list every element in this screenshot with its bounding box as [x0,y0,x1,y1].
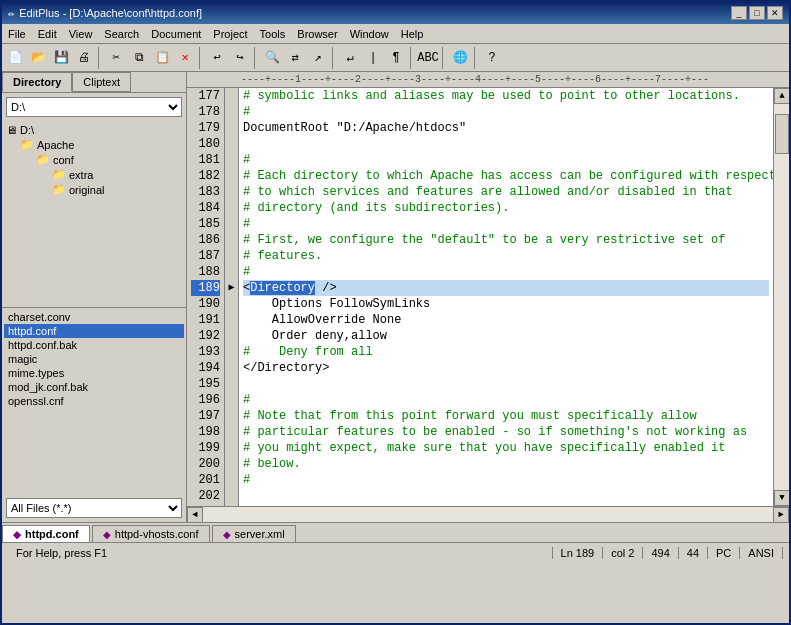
code-line[interactable] [243,376,769,392]
code-line[interactable]: <Directory /> [243,280,769,296]
menu-item-project[interactable]: Project [207,26,253,42]
file-item-magic[interactable]: magic [4,352,184,366]
editor-tab-httpd[interactable]: ◆ httpd.conf [2,525,90,542]
scroll-right-button[interactable]: ► [773,507,789,523]
tab-cliptext[interactable]: Cliptext [72,72,131,92]
menu-item-search[interactable]: Search [98,26,145,42]
toolbar: 📄 📂 💾 🖨 ✂ ⧉ 📋 ✕ ↩ ↪ 🔍 ⇄ ↗ ↵ | ¶ ABC 🌐 ? [2,44,789,72]
wordwrap-button[interactable]: ↵ [339,47,361,69]
menu-item-tools[interactable]: Tools [254,26,292,42]
replace-button[interactable]: ⇄ [284,47,306,69]
code-line[interactable]: # particular features to be enabled - so… [243,424,769,440]
redo-button[interactable]: ↪ [229,47,251,69]
scroll-left-button[interactable]: ◄ [187,507,203,523]
vertical-scrollbar[interactable]: ▲ ▼ [773,88,789,506]
code-line[interactable]: # directory (and its subdirectories). [243,200,769,216]
save-button[interactable]: 💾 [50,47,72,69]
minimize-button[interactable]: _ [731,6,747,20]
paste-button[interactable]: 📋 [151,47,173,69]
code-line[interactable]: # [243,104,769,120]
drive-select[interactable]: D:\ [6,97,182,117]
scroll-up-button[interactable]: ▲ [774,88,789,104]
code-lines[interactable]: # symbolic links and aliases may be used… [239,88,773,506]
cut-button[interactable]: ✂ [105,47,127,69]
code-line[interactable]: # [243,264,769,280]
file-item-modjk[interactable]: mod_jk.conf.bak [4,380,184,394]
menu-item-document[interactable]: Document [145,26,207,42]
close-button[interactable]: ✕ [767,6,783,20]
file-item-mime[interactable]: mime.types [4,366,184,380]
file-item-openssl[interactable]: openssl.cnf [4,394,184,408]
code-line[interactable]: # to which services and features are all… [243,184,769,200]
menu-item-browser[interactable]: Browser [291,26,343,42]
menu-item-file[interactable]: File [2,26,32,42]
scroll-track[interactable] [774,104,789,490]
code-line[interactable]: # features. [243,248,769,264]
file-item-httpd[interactable]: httpd.conf [4,324,184,338]
arrow-cell [225,472,238,488]
editor-tab-server[interactable]: ◆ server.xml [212,525,296,542]
maximize-button[interactable]: □ [749,6,765,20]
tree-item-conf[interactable]: 📁 conf [4,152,184,167]
code-line[interactable]: # [243,392,769,408]
code-line[interactable]: # Note that from this point forward you … [243,408,769,424]
spell-button[interactable]: ABC [417,47,439,69]
open-button[interactable]: 📂 [27,47,49,69]
browser-button[interactable]: 🌐 [449,47,471,69]
tree-item-apache[interactable]: 📁 Apache [4,137,184,152]
tree-item-drive[interactable]: 🖥 D:\ [4,123,184,137]
help-button[interactable]: ? [481,47,503,69]
code-line[interactable]: # Each directory to which Apache has acc… [243,168,769,184]
menu-item-window[interactable]: Window [344,26,395,42]
code-line[interactable]: # below. [243,456,769,472]
code-line[interactable]: # Deny from all [243,344,769,360]
delete-button[interactable]: ✕ [174,47,196,69]
arrow-cell [225,248,238,264]
new-button[interactable]: 📄 [4,47,26,69]
find-button[interactable]: 🔍 [261,47,283,69]
menu-bar: File Edit View Search Document Project T… [2,24,789,44]
code-line[interactable]: # [243,216,769,232]
file-item-charset[interactable]: charset.conv [4,310,184,324]
code-line[interactable]: # [243,472,769,488]
editor-tab-vhosts[interactable]: ◆ httpd-vhosts.conf [92,525,210,542]
code-line[interactable]: Order deny,allow [243,328,769,344]
drive-icon: 🖥 [6,124,17,136]
scroll-thumb[interactable] [775,114,789,154]
tree-item-extra[interactable]: 📁 extra [4,167,184,182]
h-scroll-track[interactable] [203,507,773,523]
code-line[interactable]: # First, we configure the "default" to b… [243,232,769,248]
code-line[interactable] [243,488,769,504]
menu-item-help[interactable]: Help [395,26,430,42]
goto-button[interactable]: ↗ [307,47,329,69]
code-line[interactable]: DocumentRoot "D:/Apache/htdocs" [243,120,769,136]
print-button[interactable]: 🖨 [73,47,95,69]
file-item-httpd-bak[interactable]: httpd.conf.bak [4,338,184,352]
code-line[interactable]: Options FollowSymLinks [243,296,769,312]
code-line[interactable] [243,136,769,152]
tree-item-original[interactable]: 📁 original [4,182,184,197]
horizontal-scrollbar[interactable]: ◄ ► [187,506,789,522]
tab-directory[interactable]: Directory [2,72,72,92]
menu-item-view[interactable]: View [63,26,99,42]
format-button[interactable]: ¶ [385,47,407,69]
folder-icon-apache: 📁 [20,138,34,151]
column-button[interactable]: | [362,47,384,69]
code-line[interactable]: AllowOverride None [243,312,769,328]
separator2 [199,47,203,69]
file-type-select[interactable]: All Files (*.*) [6,498,182,518]
copy-button[interactable]: ⧉ [128,47,150,69]
undo-button[interactable]: ↩ [206,47,228,69]
code-line[interactable]: # [243,152,769,168]
code-line[interactable]: # symbolic links and aliases may be used… [243,88,769,104]
status-mode: PC [708,547,740,559]
arrow-cell [225,376,238,392]
code-line[interactable]: # you might expect, make sure that you h… [243,440,769,456]
code-line[interactable]: </Directory> [243,360,769,376]
status-chars: 494 [643,547,678,559]
arrow-cell [225,200,238,216]
scroll-down-button[interactable]: ▼ [774,490,789,506]
arrow-cell [225,184,238,200]
line-number: 178 [191,104,220,120]
menu-item-edit[interactable]: Edit [32,26,63,42]
